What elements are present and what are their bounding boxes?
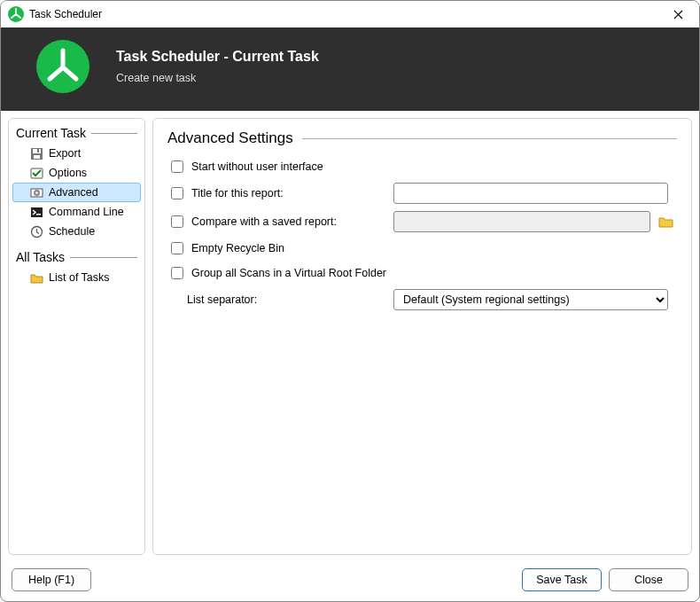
sidebar-item-label: Export xyxy=(49,147,81,160)
folder-icon xyxy=(29,270,43,285)
section-header: Advanced Settings xyxy=(167,129,677,147)
opt-title[interactable]: Title for this report: xyxy=(167,184,393,202)
opt-compare[interactable]: Compare with a saved report: xyxy=(167,213,393,231)
window-close-button[interactable] xyxy=(660,2,696,27)
sidebar-group-label: All Tasks xyxy=(16,250,65,264)
page-header: Task Scheduler - Current Task Create new… xyxy=(1,27,699,111)
svg-rect-11 xyxy=(36,214,41,215)
compare-report-path-input[interactable] xyxy=(393,211,650,232)
page-title: Task Scheduler - Current Task xyxy=(116,49,319,65)
sidebar-group-all-tasks: All Tasks xyxy=(12,248,141,266)
opt-group-root-checkbox[interactable] xyxy=(171,267,183,279)
sidebar-item-label: Schedule xyxy=(49,225,95,238)
list-separator-select[interactable]: Default (System regional settings) xyxy=(393,289,668,310)
close-icon xyxy=(673,10,683,20)
opt-no-ui-checkbox[interactable] xyxy=(171,160,183,173)
sidebar-item-options[interactable]: Options xyxy=(12,163,141,183)
sidebar-item-advanced[interactable]: Advanced xyxy=(12,183,141,202)
terminal-icon xyxy=(29,205,43,219)
sidebar-item-command-line[interactable]: Command Line xyxy=(12,202,141,222)
svg-rect-10 xyxy=(31,207,43,217)
sidebar-group-label: Current Task xyxy=(16,126,86,140)
svg-point-9 xyxy=(35,192,38,194)
browse-compare-report-button[interactable] xyxy=(656,212,677,231)
content-advanced-settings: Advanced Settings Start without user int… xyxy=(152,118,692,555)
page-subtitle: Create new task xyxy=(116,72,319,84)
svg-rect-5 xyxy=(37,149,39,152)
save-icon xyxy=(29,146,43,160)
svg-rect-3 xyxy=(33,149,41,153)
opt-title-label: Title for this report: xyxy=(191,187,284,199)
report-title-input[interactable] xyxy=(393,183,668,204)
close-button[interactable]: Close xyxy=(609,568,688,591)
sidebar: Current Task Export Options xyxy=(8,118,145,555)
app-icon xyxy=(8,6,24,22)
opt-empty-bin-label: Empty Recycle Bin xyxy=(191,242,284,254)
help-button[interactable]: Help (F1) xyxy=(12,568,91,591)
opt-compare-checkbox[interactable] xyxy=(171,215,183,228)
opt-group-root[interactable]: Group all Scans in a Virtual Root Folder xyxy=(167,264,386,282)
folder-open-icon xyxy=(658,215,674,229)
sidebar-group-current-task: Current Task xyxy=(12,124,141,142)
window-title: Task Scheduler xyxy=(29,8,660,20)
opt-title-checkbox[interactable] xyxy=(171,187,183,199)
titlebar: Task Scheduler xyxy=(1,1,699,27)
opt-empty-bin[interactable]: Empty Recycle Bin xyxy=(167,239,393,257)
app-logo-icon xyxy=(36,40,89,93)
opt-no-ui[interactable]: Start without user interface xyxy=(167,158,393,176)
sidebar-item-schedule[interactable]: Schedule xyxy=(12,222,141,241)
gear-icon xyxy=(29,185,43,199)
save-task-button[interactable]: Save Task xyxy=(522,568,602,591)
sidebar-item-list-of-tasks[interactable]: List of Tasks xyxy=(12,268,141,287)
body: Current Task Export Options xyxy=(1,111,699,562)
sidebar-item-export[interactable]: Export xyxy=(12,144,141,163)
task-scheduler-window: Task Scheduler Task Scheduler - Current … xyxy=(0,0,700,602)
sidebar-item-label: Command Line xyxy=(49,206,124,218)
sidebar-item-label: Options xyxy=(49,167,87,179)
opt-empty-bin-checkbox[interactable] xyxy=(171,242,183,254)
footer: Help (F1) Save Task Close xyxy=(1,562,699,601)
check-icon xyxy=(29,166,43,180)
list-separator-label: List separator: xyxy=(167,293,393,306)
clock-icon xyxy=(29,224,43,238)
opt-compare-label: Compare with a saved report: xyxy=(191,215,337,228)
sidebar-item-label: List of Tasks xyxy=(49,271,110,284)
section-title: Advanced Settings xyxy=(167,129,293,147)
svg-rect-4 xyxy=(34,155,40,159)
opt-group-root-label: Group all Scans in a Virtual Root Folder xyxy=(191,267,386,279)
sidebar-item-label: Advanced xyxy=(49,186,98,199)
opt-no-ui-label: Start without user interface xyxy=(191,160,323,173)
